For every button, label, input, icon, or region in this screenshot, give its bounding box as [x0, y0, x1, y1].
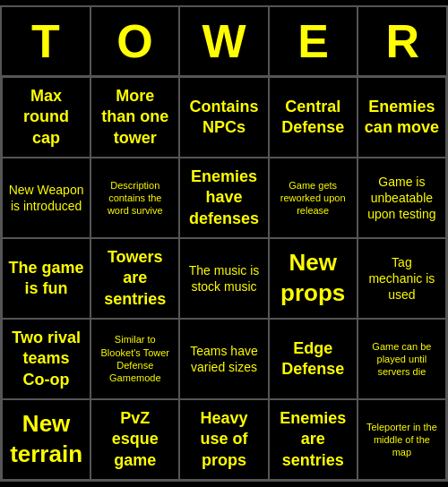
bingo-cell-14: Tag mechanic is used: [358, 238, 446, 319]
cell-text-19: Game can be played until servers die: [364, 340, 440, 379]
bingo-cell-24: Teleporter in the middle of the map: [358, 399, 446, 480]
cell-text-8: Game gets reworked upon release: [275, 179, 351, 218]
bingo-cell-18: Edge Defense: [269, 319, 358, 399]
bingo-cell-5: New Weapon is introduced: [2, 158, 90, 238]
cell-text-15: Two rival teams Co-op: [8, 328, 84, 390]
header-letter-E: E: [270, 7, 359, 75]
bingo-cell-3: Central Defense: [269, 77, 358, 158]
bingo-cell-2: Contains NPCs: [179, 77, 268, 158]
bingo-cell-16: Similar to Blooket's Tower Defense Gamem…: [90, 319, 179, 399]
cell-text-6: Description contains the word survive: [97, 179, 173, 218]
bingo-cell-4: Enemies can move: [358, 77, 446, 158]
header-letter-W: W: [180, 7, 270, 75]
cell-text-24: Teleporter in the middle of the map: [364, 421, 440, 459]
cell-text-10: The game is fun: [8, 258, 84, 300]
bingo-cell-11: Towers are sentries: [90, 238, 179, 319]
header-letter-R: R: [358, 7, 446, 75]
bingo-grid: Max round capMore than one towerContains…: [2, 77, 446, 480]
cell-text-22: Heavy use of props: [185, 408, 262, 471]
cell-text-1: More than one tower: [97, 86, 173, 149]
bingo-cell-6: Description contains the word survive: [90, 158, 179, 238]
bingo-cell-19: Game can be played until servers die: [358, 319, 446, 399]
cell-text-17: Teams have varied sizes: [185, 343, 262, 375]
bingo-card: TOWER Max round capMore than one towerCo…: [0, 5, 448, 482]
cell-text-13: New props: [275, 248, 351, 309]
header-letter-O: O: [91, 7, 181, 75]
cell-text-21: PvZ esque game: [97, 408, 173, 471]
bingo-cell-9: Game is unbeatable upon testing: [358, 158, 446, 238]
bingo-cell-0: Max round cap: [2, 77, 90, 158]
cell-text-0: Max round cap: [8, 86, 84, 149]
bingo-cell-12: The music is stock music: [179, 238, 268, 319]
bingo-cell-7: Enemies have defenses: [179, 158, 268, 238]
cell-text-2: Contains NPCs: [185, 97, 262, 139]
bingo-cell-1: More than one tower: [90, 77, 179, 158]
cell-text-11: Towers are sentries: [97, 247, 173, 310]
bingo-cell-13: New props: [269, 238, 358, 319]
cell-text-9: Game is unbeatable upon testing: [364, 174, 440, 223]
cell-text-5: New Weapon is introduced: [8, 182, 84, 214]
bingo-cell-21: PvZ esque game: [90, 399, 179, 480]
cell-text-3: Central Defense: [275, 97, 351, 139]
bingo-cell-20: New terrain: [2, 399, 90, 480]
cell-text-14: Tag mechanic is used: [364, 254, 440, 303]
cell-text-4: Enemies can move: [364, 97, 440, 139]
header-letter-T: T: [2, 7, 91, 75]
cell-text-16: Similar to Blooket's Tower Defense Gamem…: [97, 333, 173, 384]
cell-text-20: New terrain: [8, 409, 84, 470]
cell-text-18: Edge Defense: [275, 338, 351, 380]
bingo-header: TOWER: [2, 7, 446, 77]
bingo-cell-8: Game gets reworked upon release: [269, 158, 358, 238]
cell-text-12: The music is stock music: [185, 262, 262, 295]
bingo-cell-22: Heavy use of props: [179, 399, 268, 480]
bingo-cell-23: Enemies are sentries: [269, 399, 358, 480]
bingo-cell-10: The game is fun: [2, 238, 90, 319]
bingo-cell-15: Two rival teams Co-op: [2, 319, 90, 399]
cell-text-7: Enemies have defenses: [185, 167, 262, 229]
cell-text-23: Enemies are sentries: [275, 408, 351, 471]
bingo-cell-17: Teams have varied sizes: [179, 319, 268, 399]
